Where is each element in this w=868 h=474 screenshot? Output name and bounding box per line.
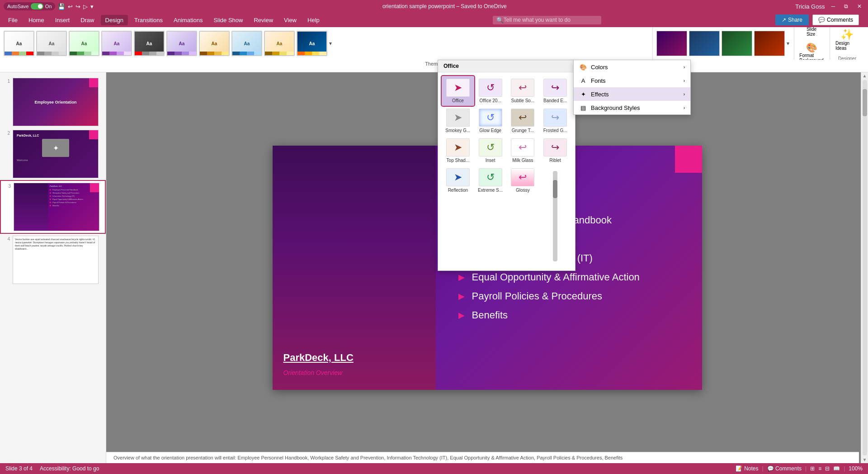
dropdown-bg-styles[interactable]: ▤ Background Styles › <box>574 101 690 114</box>
reading-view-button[interactable]: 📖 <box>833 465 840 472</box>
variant-2[interactable] <box>689 31 720 56</box>
share-button[interactable]: ↗ Share <box>775 14 809 25</box>
theme-office[interactable]: Aa <box>4 31 34 56</box>
design-ideas-label: Design Ideas <box>835 41 859 51</box>
effect-name-inset: Inset <box>486 158 495 163</box>
slide-num-2: 2 <box>4 131 10 136</box>
theme-4[interactable]: Aa <box>101 31 132 56</box>
theme-7[interactable]: Aa <box>199 31 230 56</box>
effects-scrollbar[interactable] <box>539 166 571 267</box>
restore-button[interactable]: ⧉ <box>841 2 851 10</box>
present-icon[interactable]: ▷ <box>83 3 88 10</box>
variant-1[interactable] <box>656 31 687 56</box>
menu-draw[interactable]: Draw <box>76 15 99 25</box>
more-icon[interactable]: ▾ <box>90 3 94 10</box>
autosave-toggle-switch[interactable] <box>31 3 43 9</box>
comments-button[interactable]: 💬 Comments <box>812 14 859 25</box>
effect-grunge[interactable]: ↩ Grunge T... <box>507 106 539 136</box>
title-right: Tricia Goss ─ ⧉ ✕ <box>795 2 864 10</box>
comments-icon: 💬 <box>818 17 825 23</box>
status-bar-left: Slide 3 of 4 Accessibility: Good to go <box>5 465 99 472</box>
effect-frosted[interactable]: ↪ Frosted G... <box>539 106 571 136</box>
menu-file[interactable]: File <box>4 15 22 25</box>
theme-9[interactable]: Aa <box>264 31 295 56</box>
slide-item-2[interactable]: 2 ParkDeck, LLC ✦ Welcome <box>0 128 106 180</box>
canvas-scrollbar[interactable]: ▲ ▼ <box>861 72 868 463</box>
effect-subtle[interactable]: ↩ Subtle So... <box>507 76 539 106</box>
separator-1: | <box>762 465 764 472</box>
autosave-toggle[interactable]: AutoSave On <box>4 2 55 10</box>
slide-sorter-button[interactable]: ⊟ <box>825 465 830 472</box>
effect-glow[interactable]: ↺ Glow Edge <box>474 106 507 136</box>
scroll-down-icon[interactable]: ▼ <box>863 457 867 462</box>
separator-2: | <box>805 465 807 472</box>
menu-review[interactable]: Review <box>249 15 278 25</box>
slide-item-3[interactable]: 3 ParkDeck, LLC ▶Employee Personnel Hand… <box>0 180 106 234</box>
scrollbar-track[interactable] <box>863 80 867 455</box>
effect-riblet[interactable]: ↪ Riblet <box>539 136 571 166</box>
variant-4[interactable] <box>754 31 785 56</box>
scrollbar-thumb[interactable] <box>863 89 867 116</box>
theme-3[interactable]: Aa <box>69 31 99 56</box>
dropdown-effects[interactable]: ✦ Effects › <box>574 87 690 101</box>
effect-extreme[interactable]: ↺ Extreme S... <box>474 166 507 267</box>
effect-banded[interactable]: ↪ Banded E... <box>539 76 571 106</box>
undo-icon[interactable]: ↩ <box>68 3 73 10</box>
slide-thumb-3[interactable]: ParkDeck, LLC ▶Employee Personnel Handbo… <box>14 183 99 231</box>
save-icon[interactable]: 💾 <box>58 3 65 10</box>
canvas-item-5: ▶ Payroll Policies & Procedures <box>458 290 679 302</box>
slide-thumb-2[interactable]: ParkDeck, LLC ✦ Welcome <box>13 130 99 178</box>
submenu-header: Office <box>438 60 575 72</box>
theme-10[interactable]: Aa <box>297 31 327 56</box>
menu-transitions[interactable]: Transitions <box>130 15 167 25</box>
effects-chevron: › <box>684 92 685 97</box>
theme-6[interactable]: Aa <box>166 31 197 56</box>
effect-name-glow: Glow Edge <box>479 128 501 133</box>
close-button[interactable]: ✕ <box>854 2 864 10</box>
effects-submenu: Office ➤ Office ↺ Office 20... ↩ Subtle … <box>438 60 576 271</box>
menu-insert[interactable]: Insert <box>51 15 75 25</box>
slide-thumb-4[interactable]: Venmo fashion axe squid activated charco… <box>13 236 99 284</box>
dropdown-colors[interactable]: 🎨 Colors › <box>574 60 690 74</box>
canvas-item-6: ▶ Benefits <box>458 309 679 321</box>
menu-help[interactable]: Help <box>303 15 324 25</box>
autosave-label: AutoSave <box>7 4 29 9</box>
customize-section: ⊞ SlideSize 🎨 Format Background Customiz… <box>794 27 829 60</box>
design-ideas-button[interactable]: ✨ Design Ideas <box>834 27 861 52</box>
slide-item-1[interactable]: 1 Employee Orientation <box>0 76 106 128</box>
theme-2[interactable]: Aa <box>36 31 67 56</box>
menu-home[interactable]: Home <box>24 15 49 25</box>
menu-design[interactable]: Design <box>101 15 128 25</box>
effect-name-subtle: Subtle So... <box>511 98 535 103</box>
menu-slideshow[interactable]: Slide Show <box>209 15 247 25</box>
effect-topshad[interactable]: ➤ Top Shad... <box>442 136 474 166</box>
notes-button[interactable]: 📝 Notes <box>736 465 758 472</box>
effect-smokey[interactable]: ➤ Smokey G... <box>442 106 474 136</box>
search-input[interactable] <box>504 17 598 23</box>
themes-scroll[interactable]: ▾ <box>329 40 332 47</box>
effect-reflection[interactable]: ➤ Reflection <box>442 166 474 267</box>
redo-icon[interactable]: ↪ <box>75 3 80 10</box>
theme-8[interactable]: Aa <box>231 31 262 56</box>
search-bar[interactable]: 🔍 <box>493 16 601 24</box>
outline-view-button[interactable]: ≡ <box>818 465 821 472</box>
normal-view-button[interactable]: ⊞ <box>810 465 815 472</box>
menu-view[interactable]: View <box>279 15 301 25</box>
effect-glossy[interactable]: ↩ Glossy <box>507 166 539 267</box>
scroll-up-icon[interactable]: ▲ <box>863 73 867 78</box>
slide-thumb-1[interactable]: Employee Orientation <box>13 78 99 126</box>
effect-office20[interactable]: ↺ Office 20... <box>474 76 507 106</box>
dropdown-fonts[interactable]: A Fonts › <box>574 74 690 87</box>
effect-inset[interactable]: ↺ Inset <box>474 136 507 166</box>
format-background-button[interactable]: 🎨 Format Background <box>798 40 825 60</box>
slide-item-4[interactable]: 4 Venmo fashion axe squid activated char… <box>0 234 106 286</box>
minimize-button[interactable]: ─ <box>828 2 838 10</box>
variant-3[interactable] <box>722 31 752 56</box>
effect-milkglass[interactable]: ↩ Milk Glass <box>507 136 539 166</box>
menu-animations[interactable]: Animations <box>169 15 207 25</box>
variants-scroll[interactable]: ▾ <box>787 40 789 47</box>
effect-office[interactable]: ➤ Office <box>442 76 474 106</box>
slide-size-button[interactable]: ⊞ SlideSize <box>798 27 825 38</box>
theme-5[interactable]: Aa <box>134 31 165 56</box>
designer-section: ✨ Design Ideas Designer <box>830 27 864 60</box>
